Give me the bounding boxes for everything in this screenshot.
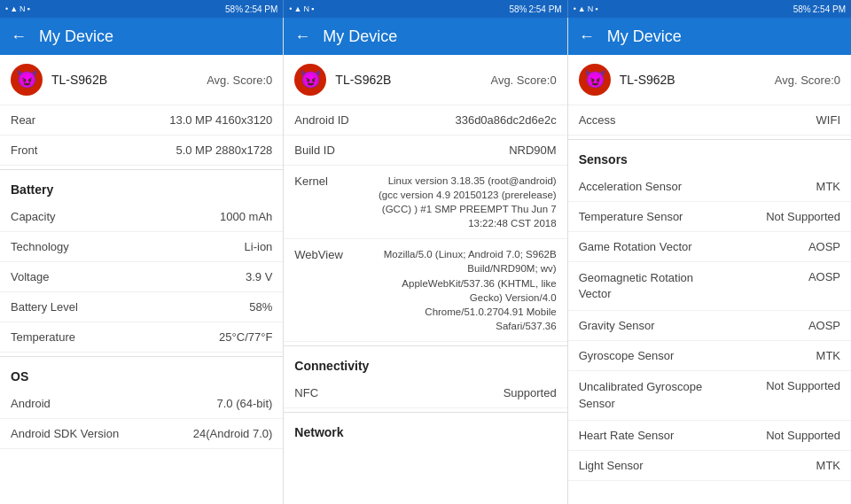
panel-3-title: My Device <box>607 27 682 46</box>
battery-level-value: 58% <box>142 300 273 314</box>
gyroscope-sensor-value: MTK <box>709 349 840 362</box>
camera-rear-label: Rear <box>11 113 142 127</box>
android-id-label: Android ID <box>294 113 426 127</box>
network-section-header: Network <box>284 416 566 445</box>
temperature-sensor-label: Temperature Sensor <box>579 210 710 223</box>
connectivity-section-header: Connectivity <box>284 350 566 378</box>
wifi-icon-3: ▲ <box>578 4 586 13</box>
status-bar: • ▲ N ▪ 58% 2:54 PM • ▲ N ▪ 58% 2:54 PM … <box>0 0 851 18</box>
device-icon-2: 😈 <box>294 64 326 96</box>
svg-text:😈: 😈 <box>16 68 38 89</box>
svg-text:😈: 😈 <box>583 68 605 89</box>
panel-3-header: ← My Device <box>568 18 851 55</box>
signal2-icon-3: ▪ <box>595 4 597 13</box>
geomagnetic-row: Geomagnetic Rotation Vector AOSP <box>568 262 851 311</box>
nfc-value: Supported <box>426 386 557 399</box>
svg-text:😈: 😈 <box>300 68 322 89</box>
panel-1-title: My Device <box>39 27 113 46</box>
voltage-value: 3.9 V <box>142 270 273 283</box>
nfc-row: NFC Supported <box>284 378 566 408</box>
back-button-1[interactable]: ← <box>11 27 27 46</box>
camera-front-label: Front <box>11 143 142 157</box>
kernel-label: Kernel <box>294 174 373 190</box>
android-row: Android 7.0 (64-bit) <box>0 389 283 419</box>
light-sensor-row: Light Sensor MTK <box>568 451 851 481</box>
capacity-label: Capacity <box>11 210 142 223</box>
panel-2: ← My Device 😈 TL-S962B Avg. Score:0 Andr… <box>284 18 567 504</box>
android-value: 7.0 (64-bit) <box>142 397 273 410</box>
game-rotation-row: Game Rotation Vector AOSP <box>568 232 851 262</box>
battery-text-3: 58% <box>793 4 811 14</box>
wifi-icon-2: ▲ <box>293 4 301 13</box>
divider-os <box>0 356 283 357</box>
capacity-value: 1000 mAh <box>142 210 273 223</box>
android-sdk-row: Android SDK Version 24(Android 7.0) <box>0 419 283 449</box>
acceleration-sensor-row: Acceleration Sensor MTK <box>568 172 851 202</box>
gravity-sensor-value: AOSP <box>709 319 840 332</box>
panel-2-content[interactable]: Android ID 336d0a86dc2d6e2c Build ID NRD… <box>284 105 566 504</box>
android-sdk-value: 24(Android 7.0) <box>142 427 273 440</box>
webview-value: Mozilla/5.0 (Linux; Android 7.0; S962B B… <box>373 247 557 333</box>
android-id-value: 336d0a86dc2d6e2c <box>426 113 557 127</box>
signal-icon-2: N <box>303 4 309 13</box>
panel-1-header: ← My Device <box>0 18 283 55</box>
temperature-sensor-value: Not Supported <box>709 210 840 223</box>
bluetooth-icon-3: • <box>574 4 576 13</box>
uncalibrated-gyroscope-value: Not Supported <box>709 379 840 392</box>
uncalibrated-gyroscope-row: Uncalibrated Gyroscope Sensor Not Suppor… <box>568 371 851 420</box>
nfc-label: NFC <box>294 386 426 399</box>
signal-icon-3: N <box>588 4 594 13</box>
panel-3-content[interactable]: Access WIFI Sensors Acceleration Sensor … <box>568 105 851 504</box>
right-icons-3: 58% 2:54 PM <box>793 4 846 14</box>
wifi-icon: ▲ <box>10 4 18 13</box>
battery-text-2: 58% <box>509 4 527 14</box>
panel-1-device-info: 😈 TL-S962B Avg. Score:0 <box>0 55 283 105</box>
panel-1: ← My Device 😈 TL-S962B Avg. Score:0 Rear… <box>0 18 284 504</box>
kernel-value: Linux version 3.18.35 (root@android) (gc… <box>373 174 557 230</box>
heart-rate-sensor-value: Not Supported <box>709 429 840 442</box>
temperature-value: 25°C/77°F <box>142 330 273 344</box>
time-text-3: 2:54 PM <box>813 4 846 14</box>
voltage-row: Voltage 3.9 V <box>0 262 283 292</box>
device-name-1: TL-S962B <box>51 73 107 87</box>
panel-2-header: ← My Device <box>284 18 566 55</box>
access-label: Access <box>579 113 710 127</box>
temperature-row: Temperature 25°C/77°F <box>0 322 283 353</box>
left-icons-3: • ▲ N ▪ <box>574 4 598 13</box>
acceleration-sensor-value: MTK <box>709 180 840 193</box>
light-sensor-label: Light Sensor <box>579 459 710 472</box>
webview-label: WebView <box>294 247 373 263</box>
back-button-3[interactable]: ← <box>579 27 595 46</box>
heart-rate-sensor-label: Heart Rate Sensor <box>579 429 710 442</box>
bluetooth-icon: • <box>5 4 8 13</box>
camera-front-value: 5.0 MP 2880x1728 <box>142 143 273 157</box>
bluetooth-icon-2: • <box>289 4 292 13</box>
left-icons-2: • ▲ N ▪ <box>289 4 314 13</box>
divider-network <box>284 412 566 413</box>
panel-3-device-info: 😈 TL-S962B Avg. Score:0 <box>568 55 851 105</box>
device-icon-3: 😈 <box>579 64 611 96</box>
device-name-2: TL-S962B <box>335 73 391 87</box>
right-icons-2: 58% 2:54 PM <box>509 4 561 14</box>
temperature-label: Temperature <box>11 330 142 344</box>
panel-2-title: My Device <box>323 27 397 46</box>
access-row: Access WIFI <box>568 105 851 136</box>
back-button-2[interactable]: ← <box>294 27 310 46</box>
build-id-value: NRD90M <box>426 143 557 157</box>
panel-1-content[interactable]: Rear 13.0 MP 4160x3120 Front 5.0 MP 2880… <box>0 105 283 504</box>
technology-row: Technology Li-ion <box>0 232 283 262</box>
signal-icon: N <box>20 4 26 13</box>
acceleration-sensor-label: Acceleration Sensor <box>579 180 710 193</box>
heart-rate-sensor-row: Heart Rate Sensor Not Supported <box>568 421 851 451</box>
signal2-icon-2: ▪ <box>311 4 314 13</box>
status-bar-panel-3: • ▲ N ▪ 58% 2:54 PM <box>568 0 851 18</box>
battery-section-header: Battery <box>0 174 283 202</box>
panel-3: ← My Device 😈 TL-S962B Avg. Score:0 Acce… <box>568 18 851 504</box>
right-icons-1: 58% 2:54 PM <box>225 4 277 14</box>
status-bar-panel-2: • ▲ N ▪ 58% 2:54 PM <box>284 0 567 18</box>
kernel-row: Kernel Linux version 3.18.35 (root@andro… <box>284 166 566 239</box>
left-icons-1: • ▲ N ▪ <box>5 4 30 13</box>
status-bar-panel-1: • ▲ N ▪ 58% 2:54 PM <box>0 0 284 18</box>
battery-level-row: Battery Level 58% <box>0 292 283 322</box>
capacity-row: Capacity 1000 mAh <box>0 202 283 232</box>
